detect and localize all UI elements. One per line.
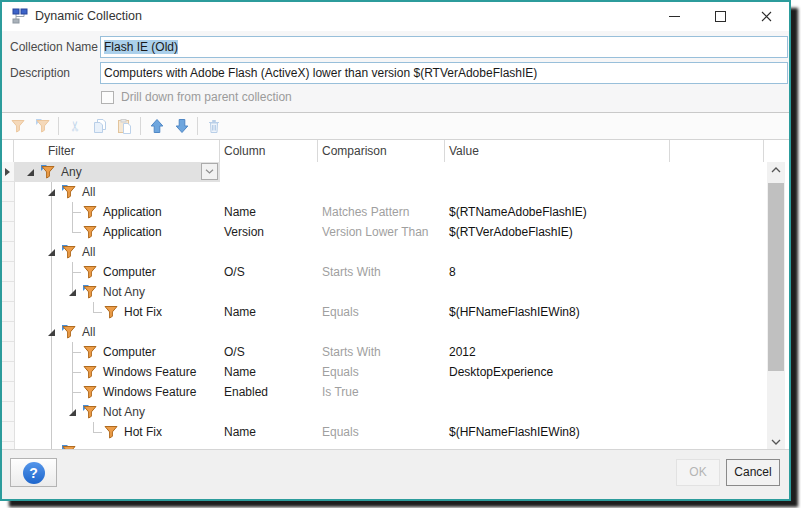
tree-connector — [72, 212, 81, 213]
filter-icon — [103, 304, 119, 320]
expander-icon[interactable] — [48, 249, 55, 256]
filter-cell: Hot Fix — [124, 302, 162, 322]
filter-icon — [82, 224, 98, 240]
tree-connector — [51, 362, 52, 382]
maximize-button[interactable] — [697, 2, 743, 31]
collection-name-input[interactable]: Flash IE (Old) — [100, 36, 788, 58]
window-title: Dynamic Collection — [35, 2, 142, 31]
tree-connector — [72, 372, 81, 373]
ok-button[interactable]: OK — [676, 459, 720, 486]
filter-cell: Computer — [103, 262, 156, 282]
close-button[interactable] — [743, 2, 789, 31]
value-cell: $(RTNameAdobeFlashIE) — [449, 202, 587, 222]
filter-row[interactable]: Any — [14, 162, 789, 182]
description-label: Description — [10, 62, 70, 84]
filter-group-icon — [61, 244, 77, 260]
filter-row[interactable]: All — [14, 322, 789, 342]
collection-name-value: Flash IE (Old) — [104, 40, 178, 54]
help-button[interactable]: ? — [10, 458, 57, 487]
vertical-scrollbar[interactable] — [767, 162, 785, 449]
filter-row[interactable]: ApplicationVersionVersion Lower Than$(RT… — [14, 222, 789, 242]
filter-row[interactable]: Hot FixNameEquals$(HFNameFlashIEWin8) — [14, 302, 789, 322]
title-bar: Dynamic Collection — [2, 2, 789, 31]
column-header-column[interactable]: Column — [220, 140, 318, 162]
minimize-icon — [669, 16, 680, 17]
tree-connector — [51, 302, 52, 322]
filter-row[interactable]: Windows FeatureEnabledIs True — [14, 382, 789, 402]
expander-icon[interactable] — [48, 329, 55, 336]
filter-row[interactable]: Not Any — [14, 282, 789, 302]
drill-down-label: Drill down from parent collection — [121, 89, 292, 106]
column-header-comparison[interactable]: Comparison — [318, 140, 445, 162]
comparison-cell: Starts With — [322, 342, 381, 362]
move-up-button[interactable] — [144, 115, 169, 137]
minimize-button[interactable] — [651, 2, 697, 31]
expander-icon[interactable] — [27, 169, 34, 176]
filter-cell: All — [82, 182, 95, 202]
comparison-cell: Equals — [322, 422, 359, 442]
filter-row[interactable]: ComputerO/SStarts With8 — [14, 262, 789, 282]
filter-tree-body: AnyAllApplicationNameMatches Pattern$(RT… — [2, 162, 789, 450]
filter-row[interactable]: ApplicationNameMatches Pattern$(RTNameAd… — [14, 202, 789, 222]
tree-connector — [72, 222, 73, 232]
filter-cell: All — [82, 242, 95, 262]
expander-icon[interactable] — [69, 289, 76, 296]
paste-button — [112, 115, 137, 137]
value-cell: $(RTVerAdobeFlashIE) — [449, 222, 573, 242]
column-cell: Version — [224, 222, 264, 242]
value-cell: $(HFNameFlashIEWin8) — [449, 302, 580, 322]
filter-cell: Not Any — [103, 402, 145, 422]
dynamic-collection-dialog: Dynamic Collection Collection Name Flash… — [0, 0, 791, 501]
filter-row[interactable]: All — [14, 242, 789, 262]
column-cell: Enabled — [224, 382, 268, 402]
scrollbar-thumb[interactable] — [768, 183, 784, 371]
filter-icon — [103, 424, 119, 440]
filter-row[interactable]: ComputerO/SStarts With2012 — [14, 342, 789, 362]
move-down-button[interactable] — [169, 115, 194, 137]
cancel-button[interactable]: Cancel — [726, 459, 780, 486]
tree-connector — [72, 352, 81, 353]
column-header-value[interactable]: Value — [445, 140, 670, 162]
tree-connector — [51, 382, 52, 402]
comparison-cell: Is True — [322, 382, 359, 402]
delete-button — [201, 115, 226, 137]
copy-button — [87, 115, 112, 137]
tree-connector — [93, 432, 102, 433]
filter-group-icon — [40, 164, 56, 180]
scroll-up-button[interactable] — [767, 162, 785, 177]
grid-header: Filter Column Comparison Value — [2, 140, 789, 163]
drill-down-checkbox[interactable] — [101, 91, 114, 104]
add-filter-button — [5, 115, 30, 137]
tree-connector — [51, 422, 52, 442]
filter-row[interactable]: Not Any — [14, 402, 789, 422]
expander-icon[interactable] — [69, 409, 76, 416]
form-section: Collection Name Flash IE (Old) Descripti… — [2, 31, 789, 113]
column-header-filter[interactable]: Filter — [14, 140, 220, 162]
current-row-indicator — [5, 168, 10, 176]
description-input[interactable]: Computers with Adobe Flash (ActiveX) low… — [100, 62, 788, 84]
value-cell: 8 — [449, 262, 456, 282]
filter-row[interactable]: Hot FixNameEquals$(HFNameFlashIEWin8) — [14, 422, 789, 442]
filter-cell: Hot Fix — [124, 422, 162, 442]
scroll-down-button[interactable] — [767, 434, 785, 449]
filter-cell: All — [82, 322, 95, 342]
cut-button: ✂ — [62, 115, 87, 137]
tree-connector — [93, 302, 94, 312]
filter-cell: Windows Feature — [103, 382, 196, 402]
tree-connector — [93, 422, 94, 432]
column-cell: O/S — [224, 342, 245, 362]
comparison-cell: Version Lower Than — [322, 222, 429, 242]
group-type-dropdown[interactable] — [201, 163, 218, 180]
filter-row[interactable]: Windows FeatureNameEqualsDesktopExperien… — [14, 362, 789, 382]
expander-icon[interactable] — [48, 189, 55, 196]
column-cell: Name — [224, 362, 256, 382]
tree-connector — [93, 312, 102, 313]
header-gutter-cell — [2, 140, 14, 162]
value-cell: $(HFNameFlashIEWin8) — [449, 422, 580, 442]
column-header-extra[interactable] — [670, 140, 764, 162]
tree-connector — [51, 202, 52, 222]
collection-icon — [12, 8, 28, 24]
filter-row[interactable]: All — [14, 182, 789, 202]
filter-cell: Application — [103, 202, 162, 222]
filter-group-icon — [61, 324, 77, 340]
